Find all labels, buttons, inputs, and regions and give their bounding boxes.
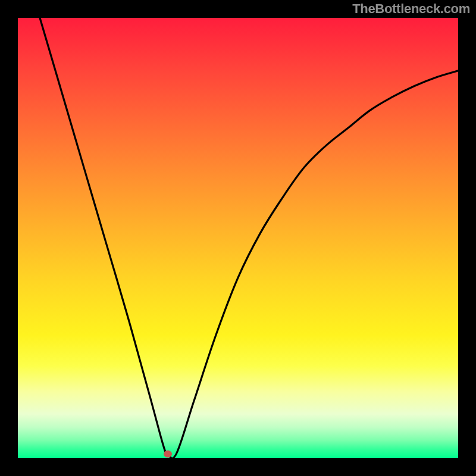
plot-area xyxy=(18,18,458,458)
chart-container: TheBottleneck.com xyxy=(0,0,476,476)
watermark-label: TheBottleneck.com xyxy=(352,1,470,17)
bottleneck-curve xyxy=(18,18,458,458)
optimum-marker xyxy=(164,450,172,458)
